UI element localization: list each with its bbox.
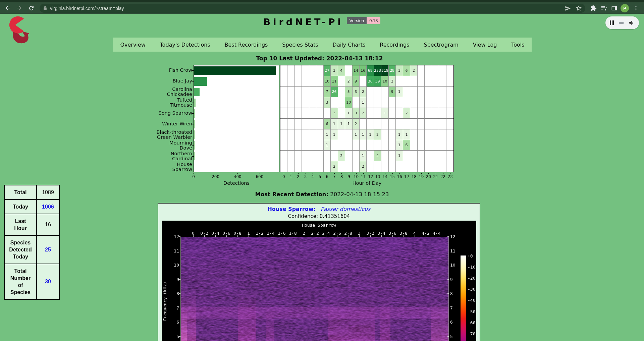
url-text[interactable]: virginia.birdnetpi.com/?stream=play [50,6,565,11]
nav-item-view-log[interactable]: View Log [471,40,499,49]
spectrogram-x-tick [315,235,315,237]
url-bar[interactable]: virginia.birdnetpi.com/?stream=play [40,4,585,13]
heatmap-cell-r6-h23 [446,129,453,140]
heatmap-cell-r5-h15 [389,119,396,129]
reload-icon[interactable] [28,4,35,12]
heatmap-cell-r2-h21 [432,87,439,98]
stats-table-body: Total1089Today1006LastHour16SpeciesDetec… [4,185,59,299]
detection-common-name[interactable]: House Sparrow: [267,206,315,212]
stats-value-link[interactable]: 1006 [42,204,54,210]
spectrogram-y-tick-label-right: 5 [450,334,453,339]
heatmap-cell-r7-h6: 1 [324,140,331,151]
heatmap-cell-r3-h22 [439,97,446,108]
volume-icon[interactable] [629,20,635,26]
heatmap-cell-r4-h9: 1 [345,108,352,119]
pause-icon[interactable] [610,20,614,25]
spectrogram-y-tick [179,308,180,308]
heatmap-cell-r9-h13 [374,161,381,172]
nav-item-recordings[interactable]: Recordings [378,40,411,49]
heatmap-cell-r9-h4 [309,161,316,172]
heatmap-cell-r4-h23 [446,108,453,119]
back-icon[interactable] [4,4,11,12]
heatmap-cell-r3-h10 [353,97,360,108]
heatmap-cell-r1-h1 [287,76,294,87]
spectrogram-y-tick [179,279,180,280]
heatmap-x-tick-label: 4 [311,174,314,179]
heatmap-cell-r1-h12: 36 [367,76,374,87]
heatmap-cell-r2-h16: 1 [396,87,403,98]
stats-row-today: Today1006 [4,200,59,214]
nav-item-daily-charts[interactable]: Daily Charts [331,40,368,49]
heatmap-cell-r3-h6: 3 [324,97,331,108]
colorbar-tick-label: -20 [468,276,475,281]
heatmap-cell-r5-h13 [374,119,381,129]
spectrogram-x-tick [381,235,382,237]
heatmap-cell-r3-h16 [396,97,403,108]
colorbar-tick-label: -30 [468,287,475,292]
stats-value-link[interactable]: 25 [45,247,51,252]
heatmap-cell-r3-h14 [381,97,389,108]
heatmap-cell-r2-h12 [367,87,374,98]
heatmap-cell-r7-h21 [432,140,439,151]
heatmap-cell-r3-h19 [418,97,425,108]
heatmap-x-tick-label: 21 [433,174,438,179]
heatmap-cell-r5-h19 [418,119,425,129]
heatmap-cell-r8-h22 [439,151,446,161]
heatmap-cell-r7-h17: 6 [403,140,410,151]
spectrogram-y-tick-label: 11 [171,248,179,253]
heatmap-cell-r9-h17 [403,161,410,172]
heatmap-cell-r9-h12 [367,161,374,172]
heatmap-cell-r1-h0 [280,76,287,87]
heatmap-cell-r1-h2 [295,76,302,87]
audio-player[interactable] [605,16,639,29]
bookmark-star-icon[interactable] [576,5,582,11]
heatmap-cell-r2-h23 [446,87,453,98]
spectrogram-x-tick-label: 4 [413,231,416,236]
nav-item-spectrogram[interactable]: Spectrogram [422,40,460,49]
heatmap-cell-r3-h17 [403,97,410,108]
nav-item-today-s-detections[interactable]: Today's Detections [158,40,212,49]
spectrogram-y-tick [179,293,180,294]
profile-avatar[interactable]: P [621,4,629,12]
heatmap-cell-r0-h2 [295,65,302,76]
species-tick [192,92,194,92]
side-panel-icon[interactable] [610,4,618,12]
spectrogram-y-tick-right [447,265,449,265]
heatmap-cell-r9-h8 [338,161,345,172]
heatmap-cell-r2-h9: 5 [345,87,352,98]
heatmap-cell-r8-h0 [280,151,287,161]
heatmap-cell-r7-h4 [309,140,316,151]
nav-item-tools[interactable]: Tools [509,40,526,49]
menu-kebab-icon[interactable] [632,4,640,12]
bar-carolina-chickadee [194,88,200,97]
extensions-icon[interactable] [590,4,597,12]
heatmap-cell-r5-h8: 1 [338,119,345,129]
species-tick [192,81,194,81]
nav-item-best-recordings[interactable]: Best Recordings [223,40,270,49]
heatmap-cell-r6-h14 [381,129,389,140]
spectrogram-y-tick-label-right: 12 [450,234,455,239]
heatmap-x-tick-label: 18 [412,174,417,179]
heatmap-cell-r4-h21 [432,108,439,119]
forward-icon[interactable] [15,4,23,12]
nav-item-species-stats[interactable]: Species Stats [280,40,320,49]
heatmap-cell-r0-h0 [280,65,287,76]
stats-value-link[interactable]: 30 [45,279,51,284]
heatmap-cell-r2-h22 [439,87,446,98]
species-label-house-sparrow: House Sparrow [156,161,192,173]
media-controls-icon[interactable] [600,4,607,12]
heatmap-cell-r6-h6: 1 [324,129,331,140]
heatmap-cell-r9-h22 [439,161,446,172]
spectrogram-x-tick [370,235,371,237]
send-icon[interactable] [565,5,571,11]
heatmap-cell-r3-h13 [374,97,381,108]
nav-item-overview[interactable]: Overview [118,40,147,49]
bar-x-tick-label: 200 [212,174,219,179]
spectrogram-x-tick [204,235,205,237]
spectrogram-y-tick-label-right: 9 [450,277,453,282]
spectrogram-x-tick-label: 1·6 [278,231,285,236]
heatmap-cell-r0-h16: 3 [396,65,403,76]
heatmap-cell-r9-h7: 2 [331,161,338,172]
seek-icon[interactable] [619,22,624,24]
heatmap-cell-r1-h19 [418,76,425,87]
